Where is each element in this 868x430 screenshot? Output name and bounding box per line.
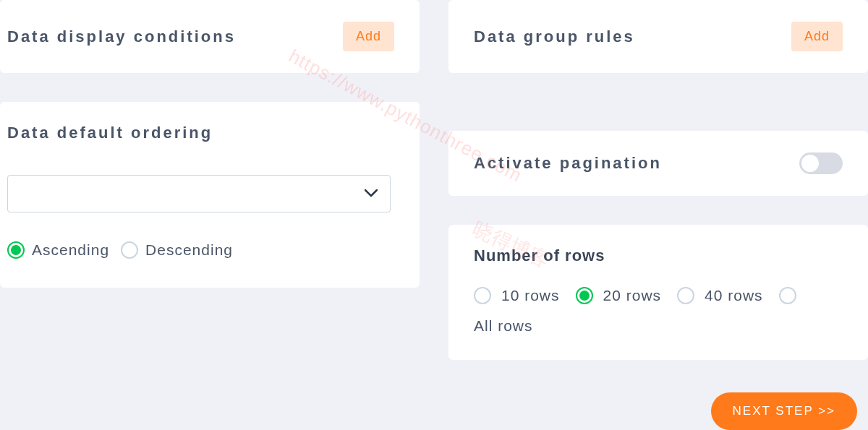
card-header: Data group rules Add	[456, 22, 861, 51]
add-group-rule-button[interactable]: Add	[791, 22, 843, 51]
ordering-title: Data default ordering	[7, 124, 412, 142]
add-condition-button[interactable]: Add	[343, 22, 394, 51]
rows-options: 10 rows 20 rows 40 rows	[474, 287, 843, 304]
activate-pagination-card: Activate pagination	[448, 131, 868, 196]
ordering-desc-group: Descending	[121, 241, 233, 259]
pagination-title: Activate pagination	[474, 154, 662, 173]
data-default-ordering-card: Data default ordering Ascending Descendi…	[0, 102, 420, 288]
ordering-radio-row: Ascending Descending	[7, 241, 412, 259]
ordering-asc-label: Ascending	[32, 241, 109, 259]
rows-all-label: All rows	[474, 317, 843, 335]
ordering-asc-radio[interactable]	[7, 241, 25, 259]
pagination-header: Activate pagination	[474, 152, 843, 174]
rows-40-radio[interactable]	[677, 287, 694, 304]
rows-10-label: 10 rows	[501, 287, 560, 304]
conditions-title: Data display conditions	[7, 27, 236, 46]
number-of-rows-card: Number of rows 10 rows 20 rows 40 rows A…	[448, 225, 868, 360]
ordering-desc-label: Descending	[145, 241, 233, 259]
pagination-toggle[interactable]	[799, 152, 843, 174]
rows-title: Number of rows	[474, 246, 843, 265]
rows-20-label: 20 rows	[603, 287, 662, 304]
ordering-desc-radio[interactable]	[121, 241, 138, 259]
rows-all-radio[interactable]	[779, 287, 796, 304]
ordering-asc-group: Ascending	[7, 241, 109, 259]
next-step-button[interactable]: NEXT STEP >>	[711, 392, 857, 430]
toggle-knob	[801, 155, 819, 172]
rows-20-radio[interactable]	[576, 287, 593, 304]
data-group-rules-card: Data group rules Add	[448, 0, 868, 73]
ordering-select-wrap	[7, 175, 412, 212]
data-display-conditions-card: Data display conditions Add	[0, 0, 420, 73]
rows-40-label: 40 rows	[705, 287, 763, 304]
ordering-select[interactable]	[7, 175, 391, 212]
card-header: Data display conditions Add	[7, 22, 412, 51]
group-rules-title: Data group rules	[456, 27, 635, 46]
rows-10-radio[interactable]	[474, 287, 491, 304]
